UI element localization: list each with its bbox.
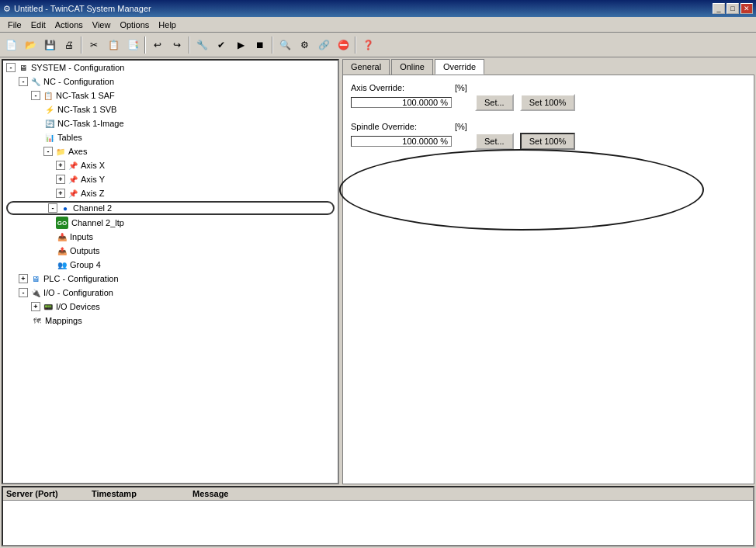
icon-system: 🖥 xyxy=(17,61,29,74)
tree-item-axisx[interactable]: + 📌 Axis X xyxy=(3,158,338,172)
menu-view[interactable]: View xyxy=(88,19,116,31)
toolbar-open[interactable]: 📂 xyxy=(21,36,40,54)
tree-item-io[interactable]: - 🔌 I/O - Configuration xyxy=(3,286,338,300)
main-area: - 🖥 SYSTEM - Configuration - 🔧 NC - Conf… xyxy=(0,57,756,486)
toolbar-sep-3 xyxy=(189,36,190,54)
menu-help[interactable]: Help xyxy=(154,19,181,31)
axis-set-button[interactable]: Set... xyxy=(475,94,514,111)
spindle-override-value: 100.0000 % xyxy=(351,136,452,147)
tree-item-inputs[interactable]: 📥 Inputs xyxy=(3,230,338,244)
toolbar-disconnect[interactable]: ⛔ xyxy=(334,36,352,54)
tree-item-mappings[interactable]: 🗺 Mappings xyxy=(3,314,338,328)
expand-nc[interactable]: - xyxy=(19,77,28,86)
window-title: Untitled - TwinCAT System Manager xyxy=(14,4,151,13)
menu-file[interactable]: File xyxy=(3,19,26,31)
app-icon: ⚙ xyxy=(3,4,11,14)
tree-item-tables[interactable]: 📊 Tables xyxy=(3,130,338,144)
toolbar-sep-5 xyxy=(355,36,356,54)
expand-nctask[interactable]: - xyxy=(31,91,40,100)
maximize-button[interactable]: □ xyxy=(727,3,739,14)
toolbar-search[interactable]: 🔍 xyxy=(276,36,294,54)
toolbar-new[interactable]: 📄 xyxy=(2,36,20,54)
spindle-set100-button[interactable]: Set 100% xyxy=(520,133,576,150)
tree-item-axes[interactable]: - 📁 Axes xyxy=(3,144,338,158)
icon-ncimage: 🔄 xyxy=(43,117,56,130)
title-bar: ⚙ Untitled - TwinCAT System Manager _ □ … xyxy=(0,0,756,17)
toolbar-save[interactable]: 💾 xyxy=(40,36,59,54)
log-col-message: Message xyxy=(192,489,750,498)
close-button[interactable]: ✕ xyxy=(740,3,753,14)
label-mappings: Mappings xyxy=(45,316,82,325)
toolbar-copy[interactable]: 📋 xyxy=(104,36,123,54)
icon-nctask: 📋 xyxy=(42,89,54,102)
tree-item-system[interactable]: - 🖥 SYSTEM - Configuration xyxy=(3,61,338,75)
expand-io-devices[interactable]: + xyxy=(31,302,40,311)
expand-system[interactable]: - xyxy=(6,63,16,72)
tree-item-channel2[interactable]: - ● Channel 2 xyxy=(6,201,335,215)
tab-override[interactable]: Override xyxy=(435,59,484,75)
label-system: SYSTEM - Configuration xyxy=(31,63,124,72)
tree-item-nc[interactable]: - 🔧 NC - Configuration xyxy=(3,75,338,88)
tree-item-ncimage[interactable]: 🔄 NC-Task 1-Image xyxy=(3,116,338,130)
expand-axisx[interactable]: + xyxy=(56,161,65,170)
tree-item-axisz[interactable]: + 📌 Axis Z xyxy=(3,186,338,200)
tree-item-channel2ltp[interactable]: GO Channel 2_ltp xyxy=(3,216,338,230)
expand-channel2[interactable]: - xyxy=(48,203,57,213)
icon-outputs: 📤 xyxy=(56,245,68,257)
label-channel2ltp: Channel 2_ltp xyxy=(71,218,124,227)
tree-item-plc[interactable]: + 🖥 PLC - Configuration xyxy=(3,272,338,286)
toolbar-stop[interactable]: ⏹ xyxy=(251,36,269,54)
expand-axisy[interactable]: + xyxy=(56,175,65,184)
tab-general[interactable]: General xyxy=(342,59,390,75)
toolbar-help[interactable]: ❓ xyxy=(359,36,377,54)
toolbar-undo[interactable]: ↩ xyxy=(148,36,167,54)
oval-highlight xyxy=(339,149,704,231)
toolbar-sep-1 xyxy=(81,36,82,54)
icon-channel2: ● xyxy=(59,202,71,214)
expand-axisz[interactable]: + xyxy=(56,189,65,198)
axis-override-label: Axis Override: xyxy=(351,83,452,92)
toolbar-connect[interactable]: 🔗 xyxy=(314,36,333,54)
tree-item-ncsvb[interactable]: ⚡ NC-Task 1 SVB xyxy=(3,102,338,116)
tree-panel[interactable]: - 🖥 SYSTEM - Configuration - 🔧 NC - Conf… xyxy=(2,59,339,484)
menu-edit[interactable]: Edit xyxy=(26,19,50,31)
label-axes: Axes xyxy=(68,147,87,156)
toolbar-redo[interactable]: ↪ xyxy=(168,36,186,54)
icon-axisz: 📌 xyxy=(67,187,79,199)
tab-online[interactable]: Online xyxy=(391,59,433,75)
label-ncimage: NC-Task 1-Image xyxy=(57,119,124,128)
log-header: Server (Port) Timestamp Message xyxy=(3,487,753,501)
icon-nc: 🔧 xyxy=(29,75,42,88)
toolbar-check[interactable]: ✔ xyxy=(212,36,231,54)
label-outputs: Outputs xyxy=(70,246,100,255)
menu-options[interactable]: Options xyxy=(115,19,154,31)
title-bar-controls: _ □ ✕ xyxy=(713,3,753,14)
right-panel: General Online Override Axis Override: [… xyxy=(342,59,754,484)
expand-axes[interactable]: - xyxy=(43,147,53,156)
tree-item-io-devices[interactable]: + 📟 I/O Devices xyxy=(3,300,338,314)
icon-io: 🔌 xyxy=(29,286,42,299)
toolbar-run[interactable]: ▶ xyxy=(231,36,250,54)
tree-item-nctask[interactable]: - 📋 NC-Task 1 SAF xyxy=(3,88,338,102)
toolbar-settings[interactable]: ⚙ xyxy=(295,36,314,54)
expand-plc[interactable]: + xyxy=(19,274,28,283)
icon-inputs: 📥 xyxy=(56,231,68,243)
spindle-set-button[interactable]: Set... xyxy=(475,133,514,150)
toolbar-print[interactable]: 🖨 xyxy=(60,36,78,54)
toolbar-build[interactable]: 🔧 xyxy=(192,36,211,54)
log-panel: Server (Port) Timestamp Message xyxy=(2,486,754,546)
expand-io[interactable]: - xyxy=(19,288,28,297)
toolbar-paste[interactable]: 📑 xyxy=(123,36,142,54)
tree-item-group4[interactable]: 👥 Group 4 xyxy=(3,258,338,272)
menu-actions[interactable]: Actions xyxy=(50,19,88,31)
minimize-button[interactable]: _ xyxy=(713,3,725,14)
toolbar: 📄 📂 💾 🖨 ✂ 📋 📑 ↩ ↪ 🔧 ✔ ▶ ⏹ 🔍 ⚙ 🔗 ⛔ ❓ xyxy=(0,33,756,57)
label-inputs: Inputs xyxy=(70,232,93,241)
tree-item-outputs[interactable]: 📤 Outputs xyxy=(3,244,338,258)
toolbar-cut[interactable]: ✂ xyxy=(85,36,103,54)
axis-set100-button[interactable]: Set 100% xyxy=(520,94,576,111)
tabs-bar: General Online Override xyxy=(342,59,754,75)
tree-item-axisy[interactable]: + 📌 Axis Y xyxy=(3,172,338,186)
label-nc: NC - Configuration xyxy=(43,77,114,86)
label-axisx: Axis X xyxy=(81,161,105,170)
